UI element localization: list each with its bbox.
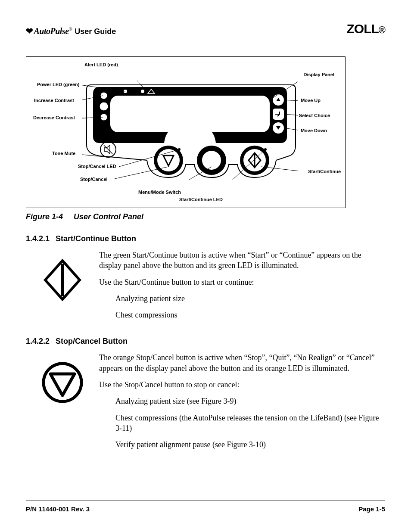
label-tone-mute: Tone Mute xyxy=(52,151,75,156)
paragraph: The green Start/Continue button is activ… xyxy=(99,250,385,271)
figure-title: User Control Panel xyxy=(74,212,143,221)
figure-control-panel: Alert LED (red) Power LED (green) Increa… xyxy=(26,56,346,208)
section-title: Stop/Cancel Button xyxy=(56,337,128,345)
figure-number: Figure 1-4 xyxy=(26,212,63,221)
label-alert-led: Alert LED (red) xyxy=(84,62,118,67)
label-decrease-contrast: Decrease Contrast xyxy=(33,115,75,120)
label-start-continue-led: Start/Continue LED xyxy=(179,197,223,202)
device-illustration xyxy=(82,81,298,180)
svg-line-23 xyxy=(82,154,108,157)
part-number: P/N 11440-001 Rev. 3 xyxy=(26,505,90,513)
stop-cancel-icon xyxy=(41,361,84,404)
list-item: Analyzing patient size (see Figure 3-9) xyxy=(115,396,385,406)
svg-point-1 xyxy=(100,92,107,99)
company-reg: ® xyxy=(379,25,385,35)
paragraph: Use the Stop/Cancel button to stop or ca… xyxy=(99,380,385,390)
figure-caption: Figure 1-4 User Control Panel xyxy=(26,212,385,221)
section-heading-stop-cancel: 1.4.2.2Stop/Cancel Button xyxy=(26,337,385,346)
list-item: Analyzing patient size xyxy=(115,293,385,304)
paragraph: Use the Start/Continue button to start o… xyxy=(99,277,385,287)
list-item: Chest compressions xyxy=(115,310,385,320)
label-select-choice: Select Choice xyxy=(299,113,330,118)
page-number: Page 1-5 xyxy=(358,505,385,513)
label-display-panel: Display Panel xyxy=(303,72,334,77)
label-power-led: Power LED (green) xyxy=(37,82,79,87)
section-title: Start/Continue Button xyxy=(56,234,136,243)
list-item: Chest compressions (the AutoPulse releas… xyxy=(115,413,385,434)
zoll-logo: ZOLL® xyxy=(346,22,385,36)
doc-title: User Guide xyxy=(75,27,116,36)
label-increase-contrast: Increase Contrast xyxy=(34,98,74,103)
section-number: 1.4.2.2 xyxy=(26,337,50,345)
label-menu-mode: Menu/Mode Switch xyxy=(138,190,181,195)
start-continue-icon xyxy=(43,258,82,302)
label-move-up: Move Up xyxy=(301,98,321,103)
svg-line-32 xyxy=(261,167,298,172)
paragraph: The orange Stop/Cancel button is active … xyxy=(99,352,385,373)
company-name: ZOLL xyxy=(346,22,378,36)
label-start-continue: Start/Continue xyxy=(308,169,341,174)
svg-point-5 xyxy=(141,90,144,93)
page-footer: P/N 11440-001 Rev. 3 Page 1-5 xyxy=(26,501,385,513)
label-move-down: Move Down xyxy=(301,128,327,133)
section-heading-start-continue: 1.4.2.1Start/Continue Button xyxy=(26,234,385,243)
section-number: 1.4.2.1 xyxy=(26,234,50,243)
page-header: ❤AutoPulse® User Guide ZOLL® xyxy=(26,22,385,39)
list-item: Verify patient alignment pause (see Figu… xyxy=(115,439,385,450)
svg-rect-0 xyxy=(110,96,270,132)
svg-point-2 xyxy=(100,102,108,111)
autopulse-logo: ❤AutoPulse® xyxy=(26,26,72,36)
registered-mark: ® xyxy=(69,26,72,31)
brand-name: AutoPulse xyxy=(34,26,69,36)
